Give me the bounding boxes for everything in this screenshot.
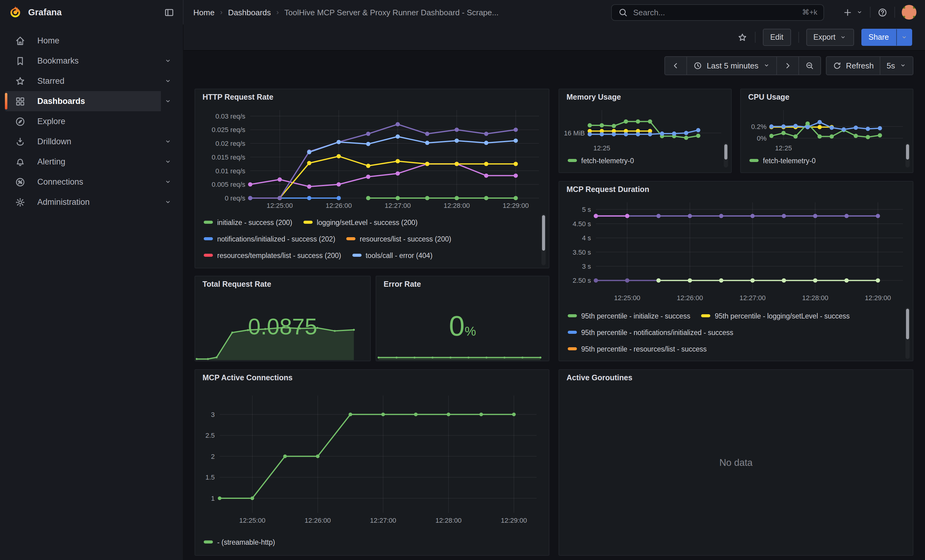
sidebar-item-dashboards[interactable]: Dashboards [5,91,178,111]
legend-row: - (streamable-http) [204,534,275,550]
sidebar-item-alerting[interactable]: Alerting [5,152,178,172]
mcp-active-connections-chart[interactable]: 32.521.5112:25:0012:26:0012:27:0012:28:0… [195,387,549,534]
legend-row: tools/call - success (200)tools/list - s… [204,263,539,265]
avatar[interactable] [902,5,916,20]
panel-cpu-usage: CPU Usage 0.2%0%12:25 fetch-telemetry-0 [740,89,913,173]
stat-unit: % [465,324,476,338]
panel-title[interactable]: Error Rate [384,280,421,288]
sidebar-item-connections[interactable]: Connections [5,172,178,192]
sidebar-item-starred[interactable]: Starred [5,71,178,91]
no-data-message: No data [719,457,753,468]
legend-item[interactable]: fetch-telemetry-0 [568,157,634,164]
mcp-request-duration-chart[interactable]: 5 s4.50 s4 s3.50 s3 s2.50 s12:25:0012:26… [559,197,913,306]
chevron-down-icon [899,62,907,69]
legend-label: resources/list - success (200) [360,235,451,242]
legend-item[interactable]: initialize - success (200) [204,219,292,226]
dashboard-toolbar: Edit Export Share [184,24,925,51]
chevron-down-icon[interactable] [164,158,172,166]
svg-text:1.5: 1.5 [205,473,215,481]
panel-title[interactable]: MCP Active Connections [202,374,293,382]
legend-label: fetch-telemetry-0 [581,157,634,164]
svg-text:12:25:00: 12:25:00 [267,202,293,209]
panel-title[interactable]: Active Goroutines [566,374,632,382]
sidebar-item-home[interactable]: Home [5,30,178,51]
legend-item[interactable]: fetch-telemetry-0 [749,157,816,164]
breadcrumb-item[interactable]: Dashboards [228,8,271,17]
chevron-down-icon[interactable] [164,198,172,206]
share-menu-chevron-down-icon[interactable] [896,29,912,46]
clock-icon [693,61,702,70]
star-icon[interactable] [737,32,747,42]
legend-item[interactable]: - (streamable-http) [204,538,275,546]
svg-text:12:27:00: 12:27:00 [370,516,396,524]
legend-scrollbar[interactable] [541,214,546,265]
export-button[interactable]: Export [806,29,854,46]
legend-scrollbar[interactable] [905,143,910,168]
add-icon[interactable] [842,7,853,17]
svg-text:1: 1 [211,495,215,502]
chevron-down-icon[interactable] [164,178,172,186]
time-shift-forward-button[interactable] [777,56,798,75]
scrollbar-thumb[interactable] [724,144,728,159]
panel-title[interactable]: Total Request Rate [202,280,271,288]
panel-mcp-request-duration: MCP Request Duration 5 s4.50 s4 s3.50 s3… [559,181,913,361]
svg-text:5 s: 5 s [582,206,591,213]
legend-color-chip [749,159,759,162]
scrollbar-thumb[interactable] [906,144,909,159]
legend-item[interactable]: logging/setLevel - success (200) [303,219,417,226]
breadcrumb-item[interactable]: Home [193,8,214,17]
refresh-interval-picker[interactable]: 5s [881,56,913,75]
legend-scrollbar[interactable] [905,308,910,359]
panel-title[interactable]: MCP Request Duration [566,185,649,194]
add-menu-chevron-down-icon[interactable] [860,9,863,16]
svg-text:12:29:00: 12:29:00 [501,516,527,524]
svg-text:12:27:00: 12:27:00 [384,202,411,209]
http-request-rate-chart[interactable]: 0.03 req/s0.025 req/s0.02 req/s0.015 req… [195,105,549,213]
panel-title[interactable]: HTTP Request Rate [202,93,273,102]
sidebar-item-label: Explore [37,117,65,126]
zoom-out-button[interactable] [798,56,821,75]
error-rate-sparkline[interactable] [377,353,548,360]
sidebar-toggle-icon[interactable] [164,7,174,17]
legend-item[interactable]: 95th percentile - notifications/initiali… [568,329,733,336]
legend-item[interactable]: 95th percentile - initialize - success [568,312,690,320]
cpu-usage-chart[interactable]: 0.2%0%12:25 [741,104,913,152]
help-icon[interactable] [877,7,888,17]
legend-color-chip [568,331,577,334]
time-shift-back-button[interactable] [664,56,687,75]
legend-color-chip [568,347,577,350]
panel-http-request-rate: HTTP Request Rate 0.03 req/s0.025 req/s0… [194,89,549,269]
scrollbar-thumb[interactable] [542,215,545,251]
share-button[interactable]: Share [861,29,896,46]
legend-label: initialize - success (200) [217,219,292,226]
chevron-down-icon[interactable] [164,57,172,65]
chevron-down-icon[interactable] [164,77,172,85]
chevron-down-icon[interactable] [164,138,172,146]
svg-text:0.03 req/s: 0.03 req/s [215,113,245,120]
svg-text:0.01 req/s: 0.01 req/s [215,167,245,175]
legend-item[interactable]: resources/list - success (200) [346,235,451,242]
sidebar-item-drilldown[interactable]: Drilldown [5,131,178,152]
refresh-button[interactable]: Refresh [826,56,880,75]
legend-item[interactable]: 95th percentile - resources/list - succe… [568,345,707,353]
sidebar-item-explore[interactable]: Explore [5,111,178,131]
svg-text:12:25: 12:25 [594,144,610,152]
edit-button[interactable]: Edit [763,29,791,46]
search-input[interactable]: Search... ⌘+k [611,4,824,21]
memory-usage-chart[interactable]: 16 MiB12:25 [559,104,731,152]
legend-color-chip [701,314,711,317]
panel-title[interactable]: Memory Usage [566,93,621,102]
legend-scrollbar[interactable] [724,143,728,168]
time-range-picker[interactable]: Last 5 minutes [687,56,777,75]
legend-item[interactable]: resources/templates/list - success (200) [204,252,341,259]
sidebar-item-administration[interactable]: Administration [5,192,178,212]
chevron-down-icon[interactable] [164,97,172,105]
panel-title[interactable]: CPU Usage [748,93,789,102]
legend-color-chip [204,221,213,224]
scrollbar-thumb[interactable] [906,309,909,339]
legend-item[interactable]: tools/call - error (404) [352,252,432,259]
legend-item[interactable]: 95th percentile - logging/setLevel - suc… [701,312,850,320]
sidebar-item-bookmarks[interactable]: Bookmarks [5,51,178,71]
legend-label: 95th percentile - initialize - success [581,312,690,320]
legend-item[interactable]: notifications/initialized - success (202… [204,235,335,242]
